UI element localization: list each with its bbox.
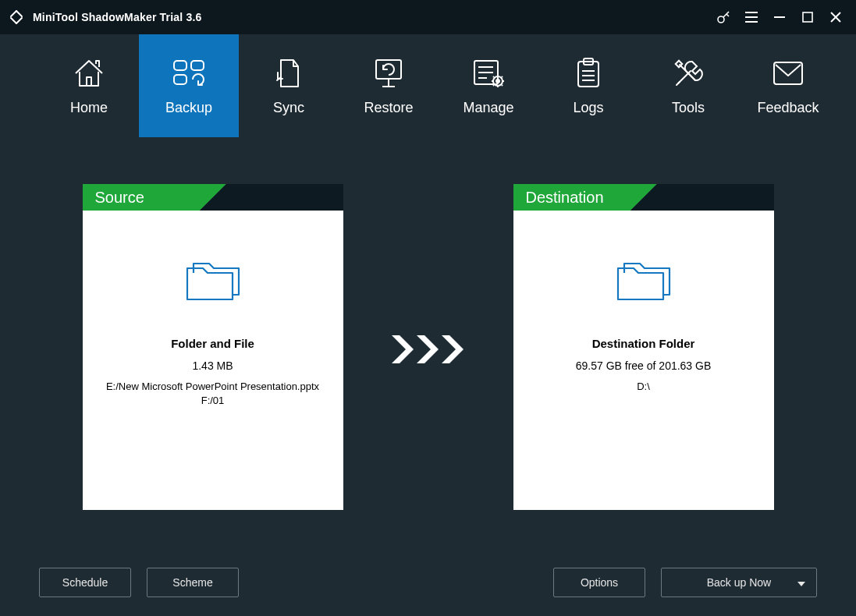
folder-icon <box>613 257 674 304</box>
destination-size: 69.57 GB free of 201.63 GB <box>513 359 774 372</box>
schedule-button[interactable]: Schedule <box>39 568 131 597</box>
tab-label: Home <box>70 100 108 116</box>
close-button[interactable] <box>822 0 850 34</box>
manage-icon <box>471 56 506 90</box>
main-nav: Home Backup Sync Restore <box>0 34 856 137</box>
tab-tools[interactable]: Tools <box>638 34 738 137</box>
tab-backup[interactable]: Backup <box>139 34 239 137</box>
sync-icon <box>275 56 303 90</box>
tab-label: Sync <box>273 100 304 116</box>
tab-home[interactable]: Home <box>39 34 139 137</box>
content-area: Source Folder and File 1.43 MB E:/New Mi… <box>0 137 856 510</box>
backup-now-button[interactable]: Back up Now <box>661 568 817 597</box>
title-bar: MiniTool ShadowMaker Trial 3.6 <box>0 0 856 34</box>
tab-label: Manage <box>463 100 513 116</box>
backup-now-label: Back up Now <box>707 576 771 589</box>
source-panel[interactable]: Source Folder and File 1.43 MB E:/New Mi… <box>83 184 343 510</box>
app-logo-icon <box>8 9 25 26</box>
options-button[interactable]: Options <box>553 568 645 597</box>
menu-icon[interactable] <box>737 0 765 34</box>
restore-icon <box>371 56 406 90</box>
spacer <box>254 568 538 597</box>
backup-icon <box>171 56 207 90</box>
logs-icon <box>574 56 602 90</box>
destination-panel-header: Destination <box>513 184 774 211</box>
destination-path: D:\ <box>513 380 774 394</box>
tab-sync[interactable]: Sync <box>239 34 339 137</box>
source-header-label: Source <box>83 184 200 211</box>
app-title: MiniTool ShadowMaker Trial 3.6 <box>33 11 202 23</box>
tab-label: Tools <box>672 100 705 116</box>
minimize-button[interactable] <box>765 0 794 34</box>
maximize-button[interactable] <box>794 0 822 34</box>
svg-rect-12 <box>376 60 401 79</box>
key-icon[interactable] <box>709 0 737 34</box>
destination-panel[interactable]: Destination Destination Folder 69.57 GB … <box>513 184 774 510</box>
feedback-icon <box>772 56 804 90</box>
svg-point-0 <box>718 16 724 23</box>
destination-header-label: Destination <box>513 184 630 211</box>
tab-manage[interactable]: Manage <box>439 34 538 137</box>
bottom-bar: Schedule Scheme Options Back up Now <box>0 568 856 597</box>
scheme-button[interactable]: Scheme <box>147 568 239 597</box>
svg-rect-28 <box>774 62 802 84</box>
svg-rect-9 <box>174 61 186 70</box>
home-icon <box>73 56 105 90</box>
source-panel-header: Source <box>83 184 343 211</box>
source-path: E:/New Microsoft PowerPoint Presentation… <box>83 380 343 407</box>
tab-label: Restore <box>364 100 413 116</box>
destination-title: Destination Folder <box>513 337 774 350</box>
tab-feedback[interactable]: Feedback <box>738 34 838 137</box>
tab-logs[interactable]: Logs <box>538 34 638 137</box>
svg-rect-8 <box>87 77 91 86</box>
tools-icon <box>672 56 705 90</box>
folder-icon <box>183 257 243 304</box>
arrows-icon <box>390 332 467 370</box>
source-title: Folder and File <box>83 337 343 350</box>
svg-rect-11 <box>174 75 186 84</box>
svg-rect-5 <box>803 12 812 22</box>
source-size: 1.43 MB <box>83 359 343 372</box>
tab-label: Logs <box>573 100 603 116</box>
tab-label: Feedback <box>757 100 819 116</box>
tab-label: Backup <box>165 100 212 116</box>
tab-restore[interactable]: Restore <box>339 34 439 137</box>
svg-rect-10 <box>191 61 204 70</box>
caret-down-icon <box>797 576 805 589</box>
